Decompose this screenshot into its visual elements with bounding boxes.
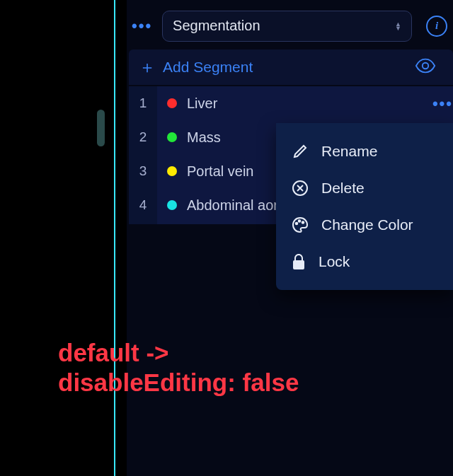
pencil-icon xyxy=(292,143,309,160)
annotation-text: default -> disableEditing: false xyxy=(58,338,445,397)
menu-label: Lock xyxy=(319,253,350,270)
color-swatch xyxy=(167,166,177,176)
segment-number-column: 1 2 3 4 xyxy=(129,86,157,224)
menu-change-color[interactable]: Change Color xyxy=(276,207,453,243)
segment-number: 4 xyxy=(129,188,157,222)
color-swatch xyxy=(167,98,177,108)
scrollbar-thumb[interactable] xyxy=(97,110,105,146)
close-circle-icon xyxy=(292,180,309,197)
menu-rename[interactable]: Rename xyxy=(276,133,453,170)
svg-point-4 xyxy=(302,221,304,224)
svg-point-3 xyxy=(299,220,301,222)
menu-label: Change Color xyxy=(321,216,413,233)
annotation-line: default -> xyxy=(58,338,445,368)
context-menu: Rename Delete Change Color Lock xyxy=(276,123,453,290)
visibility-toggle[interactable] xyxy=(415,58,436,76)
select-label: Segmentation xyxy=(173,18,260,34)
panel-gutter xyxy=(115,0,127,476)
segment-name: Mass xyxy=(187,129,221,146)
svg-point-2 xyxy=(296,223,298,225)
lock-icon xyxy=(292,253,306,270)
color-swatch xyxy=(167,132,177,142)
add-segment-button[interactable]: ＋ Add Segment xyxy=(139,56,253,79)
add-segment-label: Add Segment xyxy=(163,59,253,76)
plus-icon: ＋ xyxy=(139,56,156,79)
palette-icon xyxy=(292,216,309,233)
segment-row[interactable]: Liver ••• xyxy=(157,86,453,120)
segment-number: 1 xyxy=(129,86,157,120)
segment-number: 3 xyxy=(129,154,157,188)
chevron-updown-icon: ▲▼ xyxy=(395,22,401,30)
menu-lock[interactable]: Lock xyxy=(276,243,453,280)
color-swatch xyxy=(167,200,177,210)
panel-more-icon[interactable]: ••• xyxy=(129,17,155,35)
segment-number: 2 xyxy=(129,120,157,154)
segmentation-select[interactable]: Segmentation ▲▼ xyxy=(162,11,412,42)
menu-label: Rename xyxy=(321,143,377,160)
panel-header: ••• Segmentation ▲▼ i xyxy=(129,7,453,45)
menu-delete[interactable]: Delete xyxy=(276,170,453,207)
row-more-icon[interactable]: ••• xyxy=(432,95,453,113)
svg-point-0 xyxy=(423,63,428,69)
left-viewport xyxy=(0,0,114,476)
annotation-line: disableEditing: false xyxy=(58,368,445,397)
info-icon[interactable]: i xyxy=(426,16,447,37)
segment-name: Portal vein xyxy=(187,163,254,180)
svg-rect-5 xyxy=(293,260,304,269)
segment-name: Abdominal aor xyxy=(187,197,278,214)
segment-name: Liver xyxy=(187,95,217,112)
add-segment-row: ＋ Add Segment xyxy=(129,50,453,85)
menu-label: Delete xyxy=(321,180,365,197)
